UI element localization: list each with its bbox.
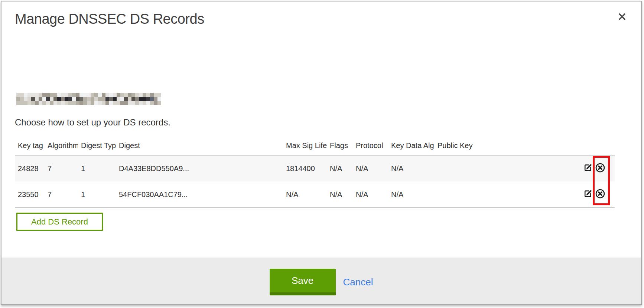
redacted-domain [16,93,161,105]
redaction-pixel [24,93,27,97]
dialog-title: Manage DNSSEC DS Records [15,11,204,27]
edit-pencil-icon[interactable] [583,189,593,200]
redaction-pixel [31,101,35,105]
edit-pencil-glyph [583,163,593,173]
col-header-algorithm: Algorithm [45,137,78,155]
redaction-pixel [42,97,46,101]
redaction-pixel [120,101,124,105]
redaction-pixel [91,93,94,97]
cell-actions [576,181,615,208]
redaction-pixel [105,97,109,101]
edit-pencil-glyph [583,189,593,199]
close-icon[interactable] [616,10,628,23]
redaction-pixel [27,101,31,105]
circle-x-glyph [595,189,605,199]
redaction-pixel [91,97,94,101]
redaction-pixel [46,101,50,105]
cell-key-data-alg: N/A [388,155,435,181]
redaction-pixel [50,97,53,101]
cell-digest: D4A33E8DD550A9... [116,155,283,181]
instruction-text: Choose how to set up your DS records. [15,117,170,128]
cell-protocol: N/A [353,155,388,181]
redaction-pixel [16,97,20,101]
redaction-pixel [98,97,102,101]
cell-algorithm: 7 [45,181,78,208]
redaction-pixel [135,97,139,101]
add-ds-record-button[interactable]: Add DS Record [16,213,103,231]
cell-actions [576,155,615,181]
redaction-pixel [124,97,128,101]
redaction-pixel [83,97,87,101]
redaction-pixel [150,101,154,105]
redaction-pixel [124,93,128,97]
redaction-pixel [50,93,53,97]
redaction-pixel [117,101,120,105]
redaction-pixel [131,93,135,97]
redaction-pixel [120,93,124,97]
col-header-digest-type: Digest Type [78,137,116,155]
redaction-pixel [128,93,131,97]
cell-flags: N/A [327,181,353,208]
redaction-pixel [154,97,157,101]
redaction-pixel [150,93,154,97]
save-button[interactable]: Save [270,269,336,295]
cancel-link[interactable]: Cancel [343,276,373,288]
col-header-flags: Flags [327,137,353,155]
redaction-pixel [24,97,27,101]
redaction-pixel [61,101,65,105]
redaction-pixel [120,97,124,101]
redaction-pixel [68,93,72,97]
cell-digest-type: 1 [78,181,116,208]
redaction-pixel [42,93,46,97]
redaction-pixel [24,101,27,105]
redaction-pixel [109,97,113,101]
redaction-pixel [105,93,109,97]
redaction-pixel [65,101,68,105]
redaction-pixel [35,93,39,97]
redaction-pixel [102,101,105,105]
redaction-pixel [143,93,146,97]
redaction-pixel [117,93,120,97]
ds-record-row: 235507154FCF030AA1C79...N/AN/AN/AN/A [15,181,615,208]
redaction-pixel [53,93,57,97]
redaction-pixel [143,97,146,101]
redaction-pixel [146,97,150,101]
redaction-pixel [157,101,161,105]
cell-protocol: N/A [353,181,388,208]
redaction-pixel [117,97,120,101]
redaction-pixel [102,97,105,101]
redaction-pixel [91,101,94,105]
redaction-pixel [20,93,24,97]
edit-pencil-icon[interactable] [583,163,593,174]
col-header-actions [576,137,615,155]
dialog-footer: Save Cancel [1,258,641,304]
redaction-pixel [61,97,65,101]
redaction-pixel [39,97,42,101]
redaction-pixel [105,101,109,105]
redaction-pixel [128,97,131,101]
redaction-pixel [154,101,157,105]
delete-circle-x-icon[interactable] [595,189,605,201]
redaction-pixel [27,97,31,101]
redaction-pixel [65,93,68,97]
redaction-pixel [35,101,39,105]
redaction-pixel [109,93,113,97]
col-header-protocol: Protocol [353,137,388,155]
cell-flags: N/A [327,155,353,181]
redaction-pixel [113,93,117,97]
table-header-row: Key tagAlgorithmDigest TypeDigestMax Sig… [15,137,615,155]
table-body: 2482871D4A33E8DD550A9...1814400N/AN/AN/A… [15,155,615,208]
redaction-pixel [42,101,46,105]
redaction-pixel [53,101,57,105]
redaction-pixel [16,93,20,97]
redaction-pixel [83,101,87,105]
redaction-pixel [46,93,50,97]
redaction-pixel [65,97,68,101]
redaction-pixel [154,93,157,97]
redaction-pixel [87,93,91,97]
delete-circle-x-icon[interactable] [595,163,605,175]
cell-digest-type: 1 [78,155,116,181]
circle-x-glyph [595,163,605,173]
redaction-pixel [150,97,154,101]
redaction-pixel [57,97,61,101]
